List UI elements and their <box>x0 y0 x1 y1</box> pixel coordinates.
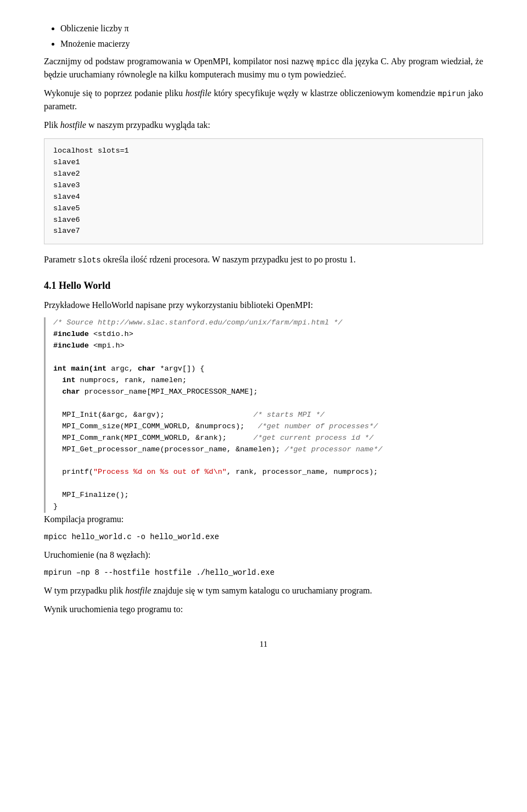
mpi-finalize: MPI_Finalize(); <box>53 491 129 499</box>
result-paragraph: Wynik uruchomienia tego programu to: <box>44 603 483 616</box>
example-intro: Przykładowe HelloWorld napisane przy wyk… <box>44 299 483 312</box>
mpi-init-cmt: /* starts MPI */ <box>254 411 325 419</box>
char-kw: char <box>138 365 155 373</box>
mpi-rank: MPI_Comm_rank(MPI_COMM_WORLD, &rank); <box>53 434 227 442</box>
bullet-list: Obliczenie liczby π Mnożenie macierzy <box>60 22 483 51</box>
section-heading-hello-world: 4.1 Hello World <box>44 278 483 293</box>
bullet-item-pi: Obliczenie liczby π <box>60 22 483 35</box>
printf-call: printf("Process %d on %s out of %d\n", r… <box>53 468 378 476</box>
mpi-name: MPI_Get_processor_name(processor_name, &… <box>53 445 280 453</box>
hostfile-italic: hostfile <box>186 88 211 98</box>
run-label: Uruchomienie (na 8 węzłach): <box>44 548 483 562</box>
mpi-name-cmt: /*get processor name*/ <box>284 445 382 453</box>
include1-kw: #include <box>53 330 89 338</box>
mpirun-code: mpirun <box>438 89 465 98</box>
compile-label: Kompilacja programu: <box>44 513 483 526</box>
mpicc-code: mpicc <box>316 58 339 66</box>
hello-world-code: /* Source http://www.slac.stanford.edu/c… <box>53 317 483 513</box>
bullet-item-matrix: Mnożenie macierzy <box>60 37 483 51</box>
char1-kw: char <box>53 388 80 396</box>
hostfile-code-block: localhost slots=1 slave1 slave2 slave3 s… <box>44 138 483 244</box>
note-italic: hostfile <box>125 586 151 595</box>
int-main-kw: int main( <box>53 365 93 373</box>
compile-command: mpicc hello_world.c -o hello_world.exe <box>44 531 483 543</box>
int-main-5: *argv[]) { <box>155 365 204 373</box>
hostfile-italic2: hostfile <box>60 120 86 130</box>
intro-paragraph: Zacznijmy od podstaw programowania w Ope… <box>44 55 483 81</box>
include1-val: <stdio.h> <box>89 330 133 338</box>
int1-kw: int <box>53 376 76 384</box>
hello-world-code-container: /* Source http://www.slac.stanford.edu/c… <box>44 317 483 513</box>
code-close-brace: } <box>53 502 58 511</box>
page-number: 11 <box>44 638 483 651</box>
slots-paragraph: Parametr slots określa ilość rdzeni proc… <box>44 253 483 266</box>
run-command: mpirun –np 8 --hostfile hostfile ./hello… <box>44 567 483 579</box>
int1-rest: numprocs, rank, namelen; <box>76 376 187 384</box>
mpi-size-cmt: /*get number of processes*/ <box>258 422 378 430</box>
include2-kw: #include <box>53 341 89 350</box>
include2-val: <mpi.h> <box>89 341 125 350</box>
printf-str: "Process %d on %s out of %d\n" <box>93 468 227 476</box>
mpi-rank-cmt: /*get current process id */ <box>254 434 374 442</box>
mpi-init: MPI_Init(&argc, &argv); <box>53 411 165 419</box>
int-main-3: argc, <box>106 365 138 373</box>
int-argc-kw: int <box>93 365 106 373</box>
char1-rest: processor_name[MPI_MAX_PROCESSOR_NAME]; <box>80 388 258 396</box>
hostfile-looks-para: Plik hostfile w naszym przypadku wygląda… <box>44 119 483 132</box>
mpi-size: MPI_Comm_size(MPI_COMM_WORLD, &numprocs)… <box>53 422 244 430</box>
hostfile-para: Wykonuje się to poprzez podanie pliku ho… <box>44 87 483 113</box>
code-comment-source: /* Source http://www.slac.stanford.edu/c… <box>53 318 343 327</box>
note-paragraph: W tym przypadku plik hostfile znajduje s… <box>44 584 483 597</box>
slots-code: slots <box>78 256 101 265</box>
